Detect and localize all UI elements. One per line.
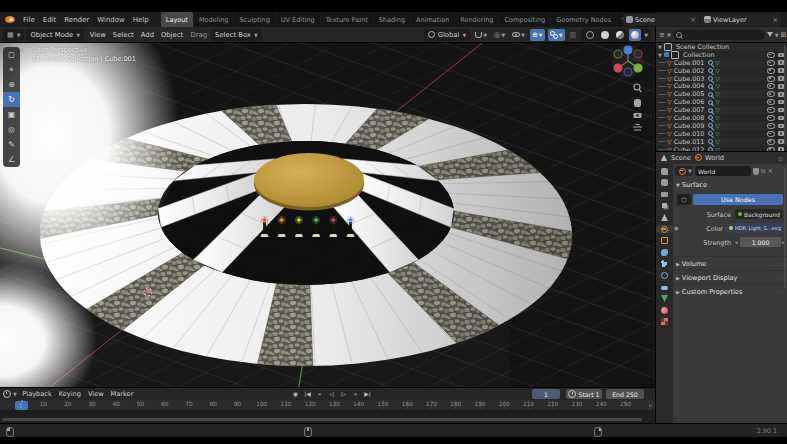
snap-toggle[interactable]: ▼	[473, 29, 489, 41]
pin-icon[interactable]: ⊙	[778, 155, 783, 162]
collapsed-panel-header[interactable]: ▶Volume ∷∷	[673, 256, 787, 270]
eye-icon[interactable]	[767, 83, 775, 89]
transport-button-jump-to-end[interactable]: ▶|	[362, 389, 373, 400]
shading-wireframe-button[interactable]	[584, 29, 596, 41]
shading-material-button[interactable]	[614, 29, 626, 41]
view-layer-remove-icon[interactable]: ×	[772, 16, 778, 24]
workspace-tab[interactable]: Sculpting	[234, 12, 274, 27]
scene-selector[interactable]: Scene ×	[623, 14, 699, 26]
outliner-row-scene-collection[interactable]: ▼ Scene Collection	[656, 43, 787, 51]
workspace-tab[interactable]: Texture Paint	[321, 12, 373, 27]
timeline-ruler[interactable]: 1020304050607080901001101201301401501601…	[0, 400, 655, 410]
properties-tab-view-layer[interactable]	[656, 202, 673, 210]
surface-panel-header[interactable]: ▼Surface ∷∷	[676, 181, 707, 189]
transport-button-play[interactable]: ▷	[338, 389, 349, 400]
blender-logo-icon[interactable]	[5, 15, 16, 24]
camera-icon[interactable]	[778, 147, 785, 151]
transport-button-next-keyframe[interactable]: »	[350, 389, 361, 400]
mode-dropdown[interactable]: Object Mode▼	[26, 29, 84, 41]
viewport-menu[interactable]: Add	[137, 31, 157, 39]
properties-tab-scene[interactable]	[656, 213, 673, 221]
timeline-editor-icon[interactable]	[3, 390, 11, 398]
timeline-scrollbar[interactable]	[2, 418, 642, 422]
overlays-toggle[interactable]: ▼	[548, 29, 565, 41]
outliner-row-Cube.007[interactable]: ▽ Cube.007 ▽	[656, 106, 787, 114]
use-nodes-button[interactable]: Use Nodes	[693, 194, 783, 205]
active-tool-dropdown[interactable]: Select Box▼	[211, 29, 262, 41]
outliner-row-Cube.002[interactable]: ▽ Cube.002 ▽	[656, 67, 787, 75]
properties-tab-constraints[interactable]	[656, 283, 673, 291]
properties-tab-particles[interactable]	[656, 260, 673, 268]
outliner-row-Cube.012[interactable]: ▽ Cube.012 ▽	[656, 146, 787, 151]
menubar-item[interactable]: File	[19, 16, 39, 24]
timeline-menu[interactable]: Playback	[19, 390, 55, 398]
workspace-tab[interactable]: Modeling	[194, 12, 234, 27]
viewport-menu[interactable]: Select	[109, 31, 137, 39]
timeline-track[interactable]	[0, 410, 655, 417]
scene-unlink-icon[interactable]: ×	[690, 16, 696, 24]
outliner-row-Cube.009[interactable]: ▽ Cube.009 ▽	[656, 122, 787, 130]
properties-tab-world[interactable]	[656, 225, 673, 233]
tool-button-cursor[interactable]: ⌖	[3, 62, 20, 77]
workspace-tab[interactable]: Compositing	[499, 12, 550, 27]
properties-tab-physics[interactable]	[656, 271, 673, 279]
properties-tab-object[interactable]	[656, 236, 673, 244]
tool-button-move[interactable]: ⊕	[3, 77, 20, 92]
menubar-item[interactable]: Edit	[39, 16, 61, 24]
xray-toggle[interactable]: ▥	[568, 29, 579, 41]
outliner-row-Cube.006[interactable]: ▽ Cube.006 ▽	[656, 98, 787, 106]
shading-solid-button[interactable]	[599, 29, 611, 41]
transport-button-play-reverse[interactable]: ◁	[326, 389, 337, 400]
collapsed-panel-header[interactable]: ▶Custom Properties ∷∷	[673, 284, 787, 298]
workspace-tab[interactable]: Shading	[374, 12, 410, 27]
properties-scrollbar[interactable]	[784, 168, 786, 288]
filter-icon[interactable]	[767, 32, 773, 37]
unlink-world-icon[interactable]: ×	[767, 167, 773, 175]
outliner-row-Cube.001[interactable]: ▽ Cube.001 ▽	[656, 59, 787, 67]
viewport-scene[interactable]	[0, 43, 655, 387]
outliner-row-Cube.011[interactable]: ▽ Cube.011 ▽	[656, 138, 787, 146]
viewport-menu[interactable]: Object	[157, 31, 186, 39]
tool-button-scale[interactable]: ▣	[3, 107, 20, 122]
eye-icon[interactable]	[767, 91, 775, 97]
transport-button-prev-keyframe[interactable]: «	[314, 389, 325, 400]
properties-tab-modifiers[interactable]	[656, 248, 673, 256]
properties-tab-tool[interactable]	[656, 167, 673, 175]
current-frame-field[interactable]: 1	[532, 389, 560, 399]
world-name-field[interactable]: World	[695, 166, 751, 176]
collection-checkbox[interactable]	[664, 52, 669, 57]
outliner-row-Cube.008[interactable]: ▽ Cube.008 ▽	[656, 114, 787, 122]
eye-icon[interactable]	[767, 68, 775, 74]
tool-button-measure[interactable]: ∠	[3, 152, 20, 167]
view-layer-selector[interactable]: ViewLayer ×	[701, 14, 781, 26]
gizmos-toggle[interactable]: ⊕▼	[530, 29, 545, 41]
menubar-item[interactable]: Help	[129, 16, 153, 24]
menubar-item[interactable]: Window	[93, 16, 129, 24]
eye-icon[interactable]	[767, 139, 775, 145]
orientation-dropdown[interactable]: Global▼	[424, 29, 471, 41]
workspace-tab[interactable]: UV Editing	[276, 12, 320, 27]
3d-viewport[interactable]: User Perspective (1) Scene Collection | …	[0, 43, 655, 387]
eye-icon[interactable]	[767, 147, 775, 151]
timeline-menu[interactable]: Marker	[107, 390, 137, 398]
properties-tab-output[interactable]	[656, 190, 673, 198]
eye-icon[interactable]	[767, 123, 775, 129]
tool-button-transform[interactable]: ◎	[3, 122, 20, 137]
workspace-tab[interactable]: Geometry Nodes	[551, 12, 616, 27]
ruler-scroll-icon[interactable]: ◂	[648, 402, 651, 408]
properties-tab-material[interactable]	[656, 306, 673, 314]
eye-icon[interactable]	[767, 76, 775, 82]
menubar-item[interactable]: Render	[60, 16, 93, 24]
properties-tab-render[interactable]	[656, 179, 673, 187]
browse-world-button[interactable]: ▼	[675, 166, 693, 176]
eye-icon[interactable]	[767, 115, 775, 121]
strength-slider[interactable]: 1.000	[740, 237, 781, 247]
new-collection-icon[interactable]: ⊞	[781, 31, 787, 39]
strength-decrease-icon[interactable]: ◂	[735, 239, 738, 245]
eye-icon[interactable]	[767, 60, 775, 66]
surface-value-field[interactable]: Background	[735, 209, 783, 219]
proportional-edit-toggle[interactable]: ◎▼	[492, 29, 507, 41]
color-value-field[interactable]: HDR_Light_S...esign_01.exr	[726, 223, 784, 233]
timeline-menu[interactable]: Keying	[55, 390, 84, 398]
viewport-menu[interactable]: View	[86, 31, 109, 39]
